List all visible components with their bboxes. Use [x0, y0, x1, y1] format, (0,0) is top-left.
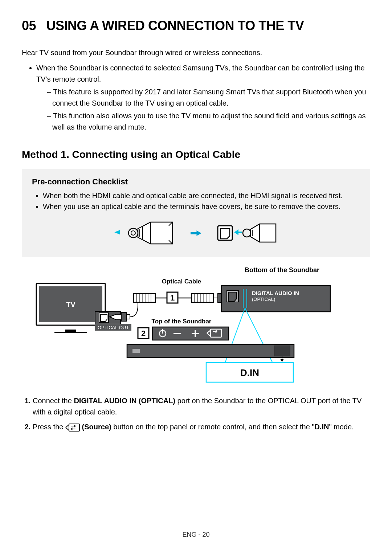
digital-audio-in-label: DIGITAL AUDIO IN: [252, 290, 299, 296]
svg-rect-19: [126, 315, 130, 319]
feature-list: When the Soundbar is connected to select…: [22, 62, 370, 133]
tv-label: TV: [66, 301, 75, 308]
soundbar-bottom-label: Bottom of the Soundbar: [22, 266, 319, 274]
checklist-title: Pre-connection Checklist: [32, 177, 360, 187]
soundbar-port-panel: DIGITAL AUDIO IN (OPTICAL): [221, 286, 330, 312]
step-2-marker: 2: [141, 329, 146, 338]
sub-list: This feature is supported by 2017 and la…: [36, 86, 370, 133]
connection-diagram: Bottom of the Soundbar TV OPTICAL OUT Op…: [22, 266, 370, 385]
digital-audio-optical-label: (OPTICAL): [252, 297, 275, 302]
arrow-right-icon: [191, 230, 201, 236]
section-heading: 05 USING A WIRED CONNECTION TO THE TV: [22, 18, 370, 33]
svg-point-8: [243, 229, 251, 237]
optical-cable-label: Optical Cable: [162, 278, 201, 285]
cover-removal-figure: [32, 218, 360, 248]
cap-remove-icon: [114, 218, 176, 248]
step-item: Connect the DIGITAL AUDIO IN (OPTICAL) p…: [33, 395, 370, 418]
intro-text: Hear TV sound from your Soundbar through…: [22, 47, 370, 58]
sub-list-item: This feature is supported by 2017 and la…: [47, 86, 370, 109]
checklist: When both the HDMI cable and optical cab…: [32, 190, 360, 212]
optical-cable-icon: 1: [110, 292, 234, 321]
soundbar-top-panel: [152, 327, 229, 340]
list-item: When the Soundbar is connected to select…: [36, 62, 370, 133]
soundbar-top-label: Top of the Soundbar: [152, 318, 212, 325]
tv-icon: TV OPTICAL OUT: [36, 283, 131, 332]
section-title: USING A WIRED CONNECTION TO THE TV: [46, 18, 304, 33]
step1-bold: DIGITAL AUDIO IN (OPTICAL): [74, 397, 175, 405]
list-item: When you use an optical cable and the te…: [43, 201, 360, 212]
din-display-label: D.IN: [240, 367, 259, 378]
svg-point-1: [131, 231, 135, 235]
sub-list-item: This function also allows you to use the…: [47, 110, 370, 133]
svg-point-0: [128, 228, 138, 238]
page-footer: ENG - 20: [0, 531, 392, 539]
method-heading: Method 1. Connecting using an Optical Ca…: [22, 149, 370, 160]
din-bold: D.IN: [314, 423, 329, 431]
svg-rect-54: [274, 346, 290, 356]
svg-rect-20: [134, 294, 155, 302]
source-icon: [65, 424, 80, 432]
optical-out-label: OPTICAL OUT: [98, 325, 129, 330]
svg-rect-53: [132, 349, 140, 353]
soundbar-body-icon: [127, 344, 294, 362]
socket-with-cap-icon: [216, 218, 278, 248]
section-number: 05: [22, 18, 36, 33]
step-item: Press the (Source) button on the top pan…: [33, 421, 370, 433]
step-1-marker: 1: [170, 293, 175, 302]
svg-rect-30: [192, 294, 213, 302]
diagram-svg: TV OPTICAL OUT Optical Cable: [29, 276, 341, 385]
checklist-box: Pre-connection Checklist When both the H…: [22, 169, 370, 257]
steps-list: Connect the DIGITAL AUDIO IN (OPTICAL) p…: [22, 395, 370, 433]
source-label: (Source): [82, 423, 111, 431]
list-item: When both the HDMI cable and optical cab…: [43, 190, 360, 201]
svg-rect-52: [127, 344, 294, 357]
svg-rect-18: [121, 312, 126, 321]
